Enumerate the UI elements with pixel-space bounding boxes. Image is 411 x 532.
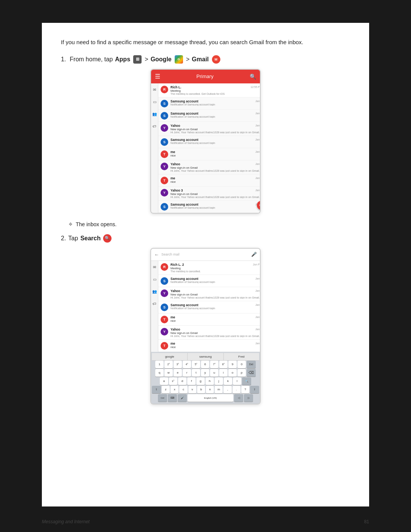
key-w[interactable]: w — [164, 369, 173, 377]
search-email-row-6[interactable]: T me Jan 5 nice ☆ — [158, 340, 261, 352]
key-mic[interactable]: 🎤 — [178, 394, 187, 402]
key-f[interactable]: f — [187, 377, 196, 385]
key-1[interactable]: 1 — [155, 361, 164, 368]
search-email-avatar-5: Y — [161, 328, 168, 335]
key-3[interactable]: 3° — [174, 361, 182, 368]
search-header: ← Search mail 🎤 — [151, 249, 260, 261]
gt2: > — [186, 56, 190, 63]
gmail-list-wrapper: R Rich L. 12:55 PM Meeting The meeting i… — [158, 83, 261, 213]
search-email-subject-4: nice — [170, 319, 261, 323]
email-preview-1: Notification of Samsung account login — [170, 103, 261, 106]
key-n[interactable]: n — [206, 386, 214, 393]
inbox-email-row-4[interactable]: S Samsung account Jan 5 Notification of … — [158, 136, 261, 148]
key-q[interactable]: q — [155, 369, 164, 377]
search-email-content-6: me Jan 5 nice — [170, 342, 261, 349]
key-period[interactable]: . — [233, 386, 241, 393]
search-email-row-2[interactable]: Y Yahoo Jan 7 New sign-in on Gmail Hi Jo… — [158, 287, 261, 301]
suggestion-google[interactable]: google — [152, 353, 188, 360]
key-comma[interactable]: , — [223, 386, 231, 393]
key-9[interactable]: 9 — [228, 361, 237, 368]
key-7[interactable]: 7° — [210, 361, 218, 368]
key-ctrl[interactable]: Ctrl — [158, 394, 167, 402]
key-r[interactable]: r — [183, 369, 191, 377]
suggestion-samsung[interactable]: samsung — [188, 353, 223, 360]
key-8[interactable]: 8° — [219, 361, 228, 368]
key-a[interactable]: a — [160, 377, 168, 385]
search-email-subject-2: New sign-in on Gmail — [170, 293, 261, 296]
key-del[interactable]: Del — [247, 361, 256, 368]
search-email-time-6: Jan 5 — [255, 342, 261, 345]
key-c[interactable]: c — [179, 386, 187, 393]
back-arrow-icon[interactable]: ← — [154, 252, 159, 257]
sidebar-tag-icon: 🏷 — [151, 123, 158, 130]
inbox-email-row-9[interactable]: S Samsung account Jan 5 Notification of … — [158, 201, 261, 213]
key-right-arrow[interactable]: ▷ — [244, 394, 253, 402]
key-0[interactable]: 0 — [237, 361, 246, 368]
search-email-row-5[interactable]: Y Yahoo Jan 5 New sign-in on Gmail Hi Jo… — [158, 326, 261, 340]
key-shift-right[interactable]: ⇧ — [250, 386, 259, 393]
key-e[interactable]: e — [174, 369, 182, 377]
search-email-subject-0: Meeting — [170, 267, 261, 270]
keyboard-row-qwerty: q w e r t y u i o p ⌫ — [152, 369, 259, 377]
key-o[interactable]: o — [228, 369, 237, 377]
sidebar-chat-icon: ▭ — [151, 99, 158, 105]
key-u[interactable]: u — [210, 369, 218, 377]
search-email-row-1[interactable]: S Samsung account Jan 5 Notification of … — [158, 275, 261, 287]
inbox-email-row-7[interactable]: T me Jan 5 nice ☆ — [158, 174, 261, 187]
key-space[interactable]: English (US) — [188, 394, 233, 402]
key-g[interactable]: g — [196, 377, 205, 385]
key-p[interactable]: p — [237, 369, 246, 377]
inbox-email-row-3[interactable]: Y Yahoo Jan 5 New sign-in on Gmail Hi Jo… — [158, 122, 261, 136]
key-shift-left[interactable]: ⇧ — [152, 386, 161, 393]
search-email-row-4[interactable]: T me Jan 5 nice ☆ — [158, 313, 261, 326]
key-h[interactable]: h — [206, 377, 214, 385]
key-b[interactable]: b — [197, 386, 205, 393]
search-tap-label: Search — [80, 235, 100, 242]
hamburger-icon: ☰ — [155, 73, 160, 80]
search-email-row-3[interactable]: S Samsung account Jan 5 Notification of … — [158, 301, 261, 313]
email-subject-8: New sign-in on Gmail — [170, 192, 261, 196]
search-email-row-0[interactable]: R Rich L. 2 Jun PM Meeting The meeting i… — [158, 261, 261, 275]
key-x[interactable]: x — [170, 386, 178, 393]
key-k[interactable]: k — [224, 377, 232, 385]
key-keyboard[interactable]: ⌨ — [168, 394, 177, 402]
key-m[interactable]: m — [215, 386, 223, 393]
search-sidebar: ✉ ▭ 👥 🏷 — [151, 261, 158, 352]
email-sender-5: me — [170, 150, 175, 154]
key-i[interactable]: i — [219, 369, 228, 377]
key-j[interactable]: j — [215, 377, 223, 385]
key-5[interactable]: 5° — [192, 361, 200, 368]
key-question[interactable]: ? — [241, 386, 249, 393]
inbox-email-row-2[interactable]: S Samsung account Jan 5 Notification of … — [158, 110, 261, 122]
search-input-placeholder[interactable]: Search mail — [161, 252, 249, 256]
key-l[interactable]: l — [233, 377, 241, 385]
footer-right: 81 — [364, 519, 369, 524]
email-sender-4: Samsung account — [170, 138, 198, 142]
key-y[interactable]: y — [201, 369, 209, 377]
gmail-search-icon[interactable]: 🔍 — [250, 73, 256, 80]
key-t[interactable]: t — [192, 369, 200, 377]
inbox-email-row-0[interactable]: R Rich L. 12:55 PM Meeting The meeting i… — [158, 83, 261, 97]
key-2[interactable]: 2° — [164, 361, 173, 368]
mic-icon[interactable]: 🎤 — [251, 252, 257, 257]
key-backspace[interactable]: ⌫ — [247, 369, 256, 377]
key-search[interactable]: 🔍 — [242, 377, 251, 385]
inbox-email-row-8[interactable]: Y Yahoo 3 Jan 5 New sign-in on Gmail Hi … — [158, 187, 261, 201]
key-v[interactable]: v — [188, 386, 196, 393]
email-avatar-0: R — [161, 86, 168, 93]
email-preview-3: Hi John, Your Yahoo account thatmc1028 w… — [170, 131, 261, 134]
key-left-arrow[interactable]: ◁ — [234, 394, 243, 402]
inbox-email-row-1[interactable]: S Samsung account Jan 5 Notification of … — [158, 97, 261, 110]
key-d[interactable]: d — [178, 377, 186, 385]
email-sender-1: Samsung account — [170, 99, 198, 103]
key-6[interactable]: 6 — [201, 361, 209, 368]
search-email-subject-6: nice — [170, 345, 261, 349]
suggestion-fred[interactable]: Fred — [224, 353, 259, 360]
inbox-email-row-6[interactable]: Y Yahoo Jan 5 New sign-in on Gmail Hi Jo… — [158, 160, 261, 174]
key-z[interactable]: z — [162, 386, 170, 393]
inbox-email-row-5[interactable]: T me Jan 5 nice ☆ — [158, 148, 261, 160]
step1-number: 1. — [61, 56, 66, 63]
key-s[interactable]: s° — [169, 377, 177, 385]
key-4[interactable]: 4° — [183, 361, 191, 368]
email-content-5: me Jan 5 nice — [170, 150, 261, 157]
